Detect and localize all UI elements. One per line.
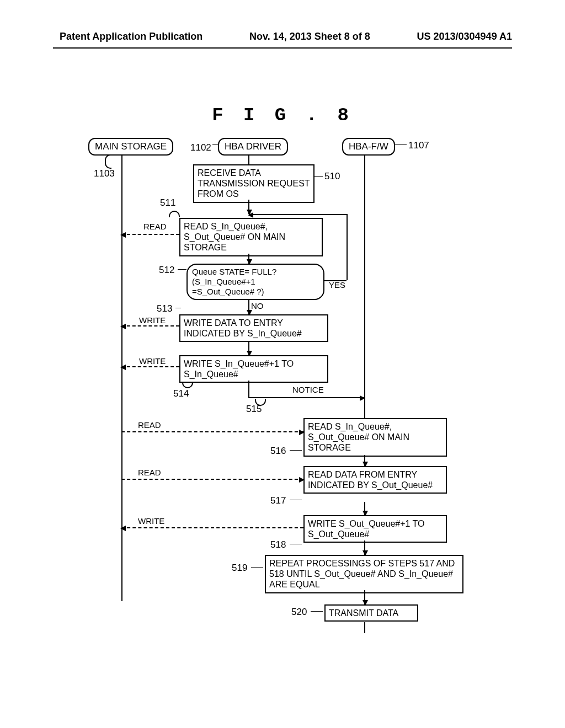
- leader-518: [290, 544, 302, 544]
- edge-519-520: [364, 590, 365, 604]
- edge-517-518: [364, 502, 365, 515]
- edge-518-519: [364, 540, 365, 555]
- step-513: WRITE DATA TO ENTRY INDICATED BY S_In_Qu…: [179, 314, 328, 342]
- step-519: REPEAT PROCESSINGS OF STEPS 517 AND 518 …: [265, 555, 463, 593]
- edge-512-yes-v: [347, 214, 348, 280]
- edge-511-512: [248, 254, 249, 264]
- ref-514: 514: [173, 388, 189, 399]
- leader-1102: [212, 144, 219, 145]
- ref-511: 511: [160, 197, 175, 208]
- ref-1102: 1102: [190, 142, 211, 153]
- leader-1107: [395, 144, 407, 145]
- ref-516: 516: [270, 446, 286, 457]
- msg-514-write: [121, 366, 179, 367]
- lbl-notice: NOTICE: [292, 385, 324, 394]
- msg-511-read: [121, 234, 179, 235]
- brace-511: [169, 211, 180, 217]
- step-518: WRITE S_Out_Queue#+1 TO S_Out_Queue#: [303, 515, 447, 543]
- figure-title: F I G . 8: [0, 105, 565, 126]
- edge-512-yes-h: [324, 280, 347, 281]
- edge-520-end: [364, 622, 365, 633]
- edge-513-514: [248, 341, 249, 355]
- leader-513: [175, 308, 181, 308]
- step-512: Queue STATE= FULL? (S_In_Queue#+1 =S_Out…: [186, 264, 324, 300]
- lbl-no: NO: [251, 301, 264, 311]
- lifeline-main-storage: [121, 154, 122, 601]
- brace-514: [182, 382, 193, 388]
- ref-517: 517: [270, 495, 286, 506]
- step-520: TRANSMIT DATA: [324, 604, 418, 622]
- msg-517-read: [121, 479, 303, 480]
- leader-512: [178, 269, 186, 270]
- msg-513-write: [121, 325, 179, 326]
- ref-1107: 1107: [408, 140, 429, 151]
- ref-512: 512: [159, 265, 174, 276]
- op-511: READ: [143, 222, 167, 231]
- op-517: READ: [138, 468, 161, 477]
- step-516: READ S_In_Queue#, S_Out_Queue# ON MAIN S…: [303, 418, 447, 457]
- lane-main-storage: MAIN STORAGE: [88, 138, 173, 156]
- header-center: Nov. 14, 2013 Sheet 8 of 8: [249, 31, 370, 42]
- step-517: READ DATA FROM ENTRY INDICATED BY S_Out_…: [303, 466, 447, 494]
- brace-1103: [105, 154, 111, 169]
- page-header: Patent Application Publication Nov. 14, …: [0, 31, 565, 42]
- leader-510: [315, 176, 323, 177]
- step-510: RECEIVE DATA TRANSMISSION REQUEST FROM O…: [193, 164, 315, 203]
- msg-516-read: [121, 431, 303, 432]
- edge-514-515v: [248, 381, 249, 397]
- edge-512-513: [248, 300, 249, 314]
- op-513: WRITE: [139, 315, 166, 325]
- edge-512-yes-back: [249, 214, 347, 215]
- ref-519: 519: [232, 563, 247, 574]
- lbl-yes: YES: [329, 280, 345, 290]
- op-514: WRITE: [139, 356, 166, 366]
- leader-519: [251, 567, 263, 568]
- step-511: READ S_In_Queue#, S_Out_Queue# ON MAIN S…: [179, 218, 323, 256]
- header-rule: [53, 47, 512, 49]
- msg-518-write: [121, 527, 303, 528]
- op-518: WRITE: [138, 516, 164, 526]
- lane-hba-driver: HBA DRIVER: [218, 138, 288, 156]
- op-516: READ: [138, 420, 161, 430]
- ref-1103: 1103: [94, 168, 115, 179]
- leader-517: [290, 500, 302, 500]
- ref-510: 510: [324, 171, 340, 182]
- flow-diagram: MAIN STORAGE HBA DRIVER HBA-F/W 1102 110…: [83, 138, 491, 684]
- leader-520: [311, 611, 323, 612]
- edge-516-517: [364, 455, 365, 466]
- ref-520: 520: [291, 607, 307, 618]
- page: Patent Application Publication Nov. 14, …: [0, 0, 565, 728]
- ref-513: 513: [157, 303, 172, 314]
- lifeline-hba-driver-top: [248, 154, 249, 165]
- lane-hba-fw: HBA-F/W: [342, 138, 395, 156]
- step-514: WRITE S_In_Queue#+1 TO S_In_Queue#: [179, 355, 328, 383]
- edge-515-notice: [248, 397, 364, 398]
- ref-518: 518: [270, 539, 286, 550]
- header-right: US 2013/0304949 A1: [417, 31, 512, 42]
- header-left: Patent Application Publication: [60, 31, 202, 42]
- leader-516: [290, 450, 302, 451]
